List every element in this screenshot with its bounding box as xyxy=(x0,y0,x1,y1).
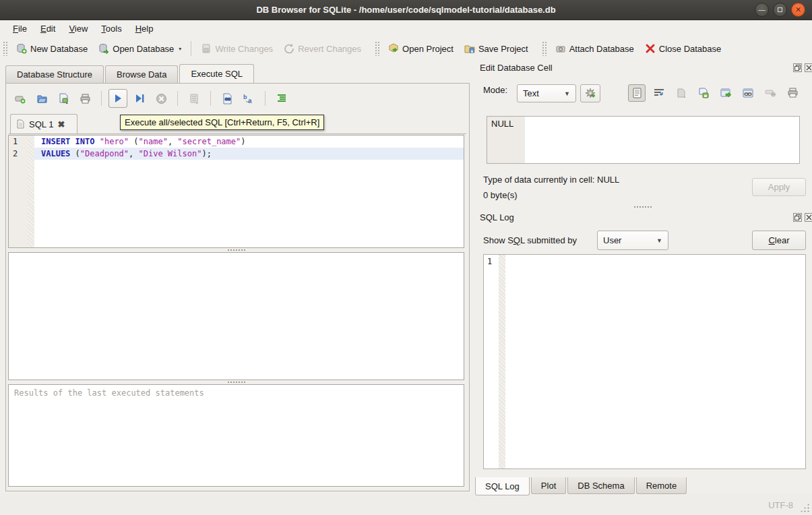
editor-toolbar-separator xyxy=(101,91,102,106)
tab-execute-sql[interactable]: Execute SQL xyxy=(179,64,254,83)
execute-current-line-button[interactable] xyxy=(130,89,149,108)
print-cell-button[interactable] xyxy=(784,84,801,102)
execution-results-panel[interactable]: Results of the last executed statements xyxy=(8,384,464,487)
window-arrow-icon xyxy=(720,88,732,98)
editor-toolbar-separator xyxy=(265,91,266,106)
clear-log-button[interactable]: Clear xyxy=(752,231,806,250)
import-disabled-icon xyxy=(676,88,687,98)
maximize-button[interactable] xyxy=(773,3,787,17)
splitter-handle[interactable] xyxy=(8,380,464,384)
save-project-icon xyxy=(464,43,475,54)
query-results-grid[interactable] xyxy=(8,252,464,380)
play-icon xyxy=(113,93,123,104)
fold-margin xyxy=(28,135,34,247)
dock-splitter-handle[interactable] xyxy=(480,205,806,208)
copy-link-button[interactable] xyxy=(739,84,757,102)
tab-db-schema[interactable]: DB Schema xyxy=(567,477,634,494)
tab-database-structure[interactable]: Database Structure xyxy=(5,65,104,83)
code-area[interactable]: INSERT INTO "hero" ("name", "secret_name… xyxy=(34,135,464,247)
code-line-2: VALUES ("Deadpond", "Dive Wilson"); xyxy=(34,148,464,160)
new-database-button[interactable]: New Database xyxy=(11,40,93,57)
play-to-line-icon xyxy=(134,93,145,104)
close-dock-icon[interactable] xyxy=(805,63,812,72)
mode-select[interactable]: Text▼ xyxy=(517,84,576,102)
save-sql-file-button[interactable] xyxy=(54,89,73,108)
format-sql-button[interactable] xyxy=(272,89,291,108)
maximize-icon xyxy=(778,7,782,12)
toolbar-separator xyxy=(191,41,191,56)
window-controls: — ✕ xyxy=(755,3,805,17)
text-mode-button[interactable] xyxy=(628,84,646,102)
new-database-icon xyxy=(16,43,27,54)
cell-editor-toolbar xyxy=(628,84,801,102)
float-dock-icon[interactable] xyxy=(793,213,802,222)
find-replace-button[interactable]: ba xyxy=(239,89,258,108)
close-tab-icon[interactable]: ✖ xyxy=(57,119,65,129)
execute-all-button[interactable] xyxy=(108,89,127,108)
close-database-button[interactable]: Close Database xyxy=(639,40,727,57)
tab-sql-1[interactable]: SQL 1 ✖ xyxy=(10,114,77,133)
write-changes-button[interactable]: Write Changes xyxy=(195,40,278,57)
menu-file[interactable]: File xyxy=(7,22,33,35)
encoding-indicator[interactable]: UTF-8 xyxy=(768,500,793,510)
export-cell-data-button[interactable] xyxy=(695,84,712,102)
import-cell-data-button[interactable] xyxy=(673,84,690,102)
edit-cell-dock-title: Edit Database Cell xyxy=(480,63,553,73)
sql-code-editor[interactable]: 1 2 INSERT INTO "hero" ("name", "secret_… xyxy=(8,135,464,248)
sql-document-icon xyxy=(16,119,25,129)
splitter-handle[interactable] xyxy=(8,248,464,251)
cell-type-info: Type of data currently in cell: NULL xyxy=(483,175,619,185)
toolbar-grip[interactable] xyxy=(3,41,8,56)
toolbar-grip[interactable] xyxy=(375,41,380,56)
menu-edit[interactable]: Edit xyxy=(34,22,61,35)
window-link-icon xyxy=(743,88,754,98)
menu-tools[interactable]: Tools xyxy=(95,22,127,35)
import-in-cell-button[interactable] xyxy=(580,84,600,102)
attach-database-button[interactable]: Attach Database xyxy=(550,40,639,57)
splitter-dots-icon xyxy=(228,381,245,384)
window-title: DB Browser for SQLite - /home/user/code/… xyxy=(256,5,555,15)
sql-log-area[interactable]: 1 xyxy=(483,254,806,469)
menu-view[interactable]: View xyxy=(63,22,94,35)
dock-tabbar: SQL Log Plot DB Schema Remote xyxy=(475,477,688,495)
log-fold-margin xyxy=(499,255,505,468)
menu-help[interactable]: Help xyxy=(129,22,160,35)
edit-cell-dock-buttons xyxy=(793,63,812,72)
new-sql-tab-button[interactable] xyxy=(11,89,30,108)
toolbar-grip[interactable] xyxy=(542,41,547,56)
close-dock-icon[interactable] xyxy=(805,213,812,222)
open-database-dropdown-icon[interactable]: ▾ xyxy=(179,46,181,54)
attach-database-icon xyxy=(555,43,566,54)
export-icon xyxy=(698,88,709,98)
resize-grip[interactable] xyxy=(800,503,809,512)
tab-browse-data[interactable]: Browse Data xyxy=(105,65,178,83)
tab-remote[interactable]: Remote xyxy=(636,477,687,494)
menubar: File Edit View Tools Help xyxy=(0,20,812,36)
printer-icon xyxy=(787,88,799,98)
stop-button[interactable] xyxy=(152,89,170,108)
apply-button[interactable]: Apply xyxy=(752,178,806,196)
minimize-button[interactable]: — xyxy=(755,3,769,17)
print-button[interactable] xyxy=(75,89,94,108)
close-database-icon xyxy=(645,43,656,54)
remove-button[interactable] xyxy=(761,84,779,102)
tab-plot[interactable]: Plot xyxy=(531,477,566,494)
log-filter-select[interactable]: User▼ xyxy=(597,231,668,250)
word-wrap-button[interactable] xyxy=(650,84,668,102)
open-external-button[interactable] xyxy=(717,84,735,102)
find-button[interactable] xyxy=(218,89,237,108)
save-project-button[interactable]: Save Project xyxy=(459,40,534,57)
revert-changes-button[interactable]: Revert Changes xyxy=(278,40,367,57)
format-icon xyxy=(276,93,288,104)
print-icon xyxy=(80,93,91,104)
open-database-button[interactable]: Open Database ▾ xyxy=(93,40,187,57)
open-project-button[interactable]: Open Project xyxy=(383,40,459,57)
cell-value-editor[interactable]: NULL xyxy=(487,116,800,164)
float-dock-icon[interactable] xyxy=(793,63,802,72)
cell-size-info: 0 byte(s) xyxy=(483,190,518,200)
open-sql-file-button[interactable] xyxy=(32,89,51,108)
save-results-button[interactable] xyxy=(185,89,204,108)
close-button[interactable]: ✕ xyxy=(791,3,805,17)
splitter-dots-icon xyxy=(634,206,652,208)
tab-sql-log[interactable]: SQL Log xyxy=(475,477,530,495)
